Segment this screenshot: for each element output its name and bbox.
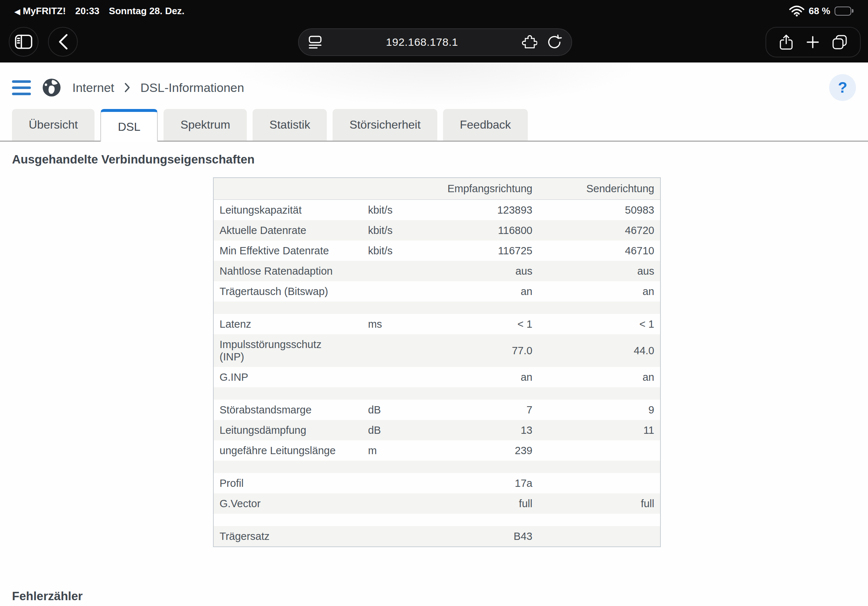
cell-label: Trägersatz — [213, 526, 362, 547]
table-row: Aktuelle Datenratekbit/s11680046720 — [213, 220, 660, 241]
cell-rx: < 1 — [422, 314, 538, 334]
chevron-right-icon — [124, 82, 130, 93]
extensions-puzzle-icon[interactable] — [522, 34, 537, 50]
cell-tx: an — [538, 367, 660, 387]
table-row: Trägertausch (Bitswap)anan — [213, 281, 660, 301]
cell-rx: an — [422, 281, 538, 301]
cell-tx: 46720 — [538, 220, 660, 241]
spacer-cell — [362, 301, 422, 314]
cell-label: Min Effektive Datenrate — [213, 241, 362, 261]
cell-rx: aus — [422, 261, 538, 281]
table-header-row: Empfangsrichtung Senderichtung — [213, 178, 660, 200]
breadcrumb-current-page: DSL-Informationen — [140, 80, 244, 95]
spacer-cell — [422, 301, 538, 314]
cell-label: Trägertausch (Bitswap) — [213, 281, 362, 301]
cell-rx: an — [422, 367, 538, 387]
spacer-cell — [362, 514, 422, 526]
sidebar-icon — [15, 34, 33, 49]
fritzbox-page: Internet DSL-Informationen ? ÜbersichtDS… — [0, 62, 868, 606]
cell-rx: B43 — [422, 526, 538, 547]
header-upstream: Senderichtung — [538, 178, 660, 200]
cell-unit — [362, 367, 422, 387]
table-spacer-row — [213, 514, 660, 526]
tab-dsl[interactable]: DSL — [100, 109, 158, 142]
table-body: Leitungskapazitätkbit/s12389350983Aktuel… — [213, 200, 660, 547]
cell-rx: 239 — [422, 440, 538, 461]
battery-icon — [835, 6, 854, 15]
cell-label: G.Vector — [213, 493, 362, 514]
tabs-overview-icon[interactable] — [832, 34, 847, 50]
cell-unit: m — [362, 440, 422, 461]
table-spacer-row — [213, 387, 660, 400]
cell-label: Leitungskapazität — [213, 200, 362, 221]
table-row: StörabstandsmargedB79 — [213, 400, 660, 420]
tab-ubersicht[interactable]: Übersicht — [12, 109, 95, 141]
back-button[interactable] — [48, 27, 78, 57]
cell-label: ungefähre Leitungslänge — [213, 440, 362, 461]
cell-unit: dB — [362, 400, 422, 420]
table-row: ungefähre Leitungslängem239 — [213, 440, 660, 461]
status-bar-right: 68 % — [789, 5, 854, 17]
share-icon[interactable] — [779, 34, 794, 51]
spacer-cell — [422, 387, 538, 400]
page-menu-icon[interactable] — [308, 36, 322, 49]
wifi-icon — [789, 5, 804, 17]
cell-label: Impulsstörungsschutz (INP) — [213, 334, 362, 367]
help-button[interactable]: ? — [829, 74, 856, 101]
table-row: TrägersatzB43 — [213, 526, 660, 547]
table-row: Leitungskapazitätkbit/s12389350983 — [213, 200, 660, 221]
cell-unit: kbit/s — [362, 200, 422, 221]
help-label: ? — [838, 79, 847, 96]
cell-unit — [362, 526, 422, 547]
spacer-cell — [362, 387, 422, 400]
cell-tx — [538, 473, 660, 493]
globe-icon — [41, 77, 62, 98]
cell-tx — [538, 526, 660, 547]
cell-rx: 116800 — [422, 220, 538, 241]
status-date: Sonntag 28. Dez. — [109, 5, 184, 17]
cell-tx: 50983 — [538, 200, 660, 221]
battery-percent: 68 % — [809, 5, 830, 17]
tab-statistik[interactable]: Statistik — [253, 109, 327, 141]
table-spacer-row — [213, 461, 660, 473]
cell-unit: dB — [362, 420, 422, 440]
tab-strip: ÜbersichtDSLSpektrumStatistikStörsicherh… — [0, 109, 868, 142]
table-spacer-row — [213, 301, 660, 314]
cell-label: Profil — [213, 473, 362, 493]
cell-tx: 9 — [538, 400, 660, 420]
header-downstream: Empfangsrichtung — [422, 178, 538, 200]
breadcrumb-section[interactable]: Internet — [72, 80, 114, 95]
table-row: G.Vectorfullfull — [213, 493, 660, 514]
spacer-cell — [213, 301, 362, 314]
cell-tx: an — [538, 281, 660, 301]
table-row: Nahtlose Ratenadaptionausaus — [213, 261, 660, 281]
tab-feedback[interactable]: Feedback — [443, 109, 528, 141]
screen: ◀ MyFRITZ! 20:33 Sonntag 28. Dez. 68 % — [0, 0, 868, 606]
cell-rx: 123893 — [422, 200, 538, 221]
url-text[interactable]: 192.168.178.1 — [332, 36, 513, 48]
cell-tx: 44.0 — [538, 334, 660, 367]
toolbar-right-cluster — [766, 27, 861, 57]
table-row: Impulsstörungsschutz (INP)77.044.0 — [213, 334, 660, 367]
cell-label: Störabstandsmarge — [213, 400, 362, 420]
cell-rx: 7 — [422, 400, 538, 420]
section-title: Ausgehandelte Verbindungseigenschaften — [12, 153, 254, 166]
status-bar: ◀ MyFRITZ! 20:33 Sonntag 28. Dez. 68 % — [0, 0, 868, 22]
sidebar-toggle-button[interactable] — [9, 27, 39, 57]
spacer-cell — [213, 514, 362, 526]
tab-spektrum[interactable]: Spektrum — [164, 109, 247, 141]
address-bar[interactable]: 192.168.178.1 — [298, 28, 572, 56]
table-row: Min Effektive Datenratekbit/s11672546710 — [213, 241, 660, 261]
header-unit — [362, 178, 422, 200]
cell-rx: 116725 — [422, 241, 538, 261]
breadcrumb: Internet DSL-Informationen ? — [12, 74, 856, 101]
cell-label: Nahtlose Ratenadaption — [213, 261, 362, 281]
cell-unit — [362, 281, 422, 301]
status-time: 20:33 — [75, 5, 99, 17]
back-to-app-indicator[interactable]: ◀ MyFRITZ! — [14, 5, 66, 17]
spacer-cell — [538, 301, 660, 314]
tab-storsicherheit[interactable]: Störsicherheit — [333, 109, 437, 141]
reload-icon[interactable] — [547, 34, 562, 50]
menu-button[interactable] — [12, 80, 31, 95]
new-tab-plus-icon[interactable] — [806, 35, 820, 49]
